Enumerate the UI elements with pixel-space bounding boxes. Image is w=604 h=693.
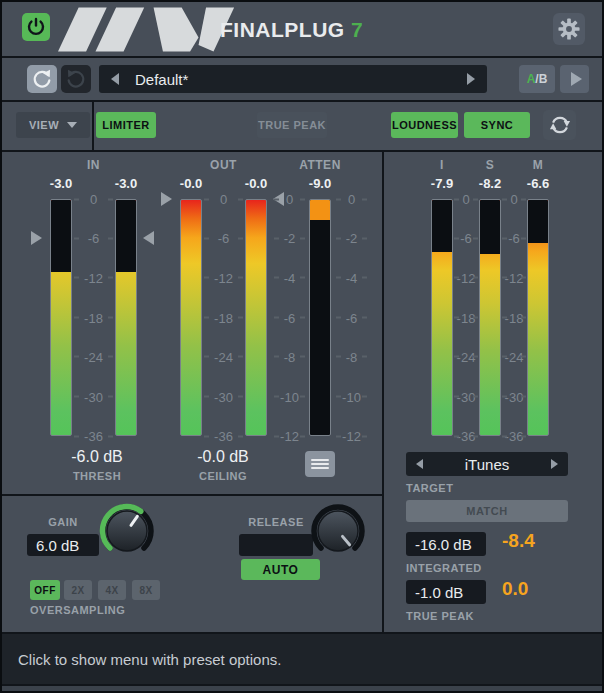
- play-preview-button[interactable]: [560, 65, 589, 93]
- reset-meters-button[interactable]: [543, 110, 576, 140]
- status-text: Click to show menu with preset options.: [18, 651, 281, 668]
- scale-tick: -8: [336, 349, 367, 364]
- in-meter-left-bar: [50, 199, 72, 436]
- out-meter-title: OUT: [180, 158, 267, 172]
- lufs-m-title: M: [513, 158, 563, 172]
- gain-label: GAIN: [27, 516, 99, 528]
- integrated-label: INTEGRATED: [406, 562, 482, 574]
- scale-tick: -30: [502, 389, 526, 404]
- integrated-readout: -8.4: [502, 530, 572, 552]
- preset-prev-icon[interactable]: [111, 73, 119, 85]
- preset-selector[interactable]: Default*: [99, 65, 487, 93]
- in-meter-right-bar: [115, 199, 137, 436]
- target-label: TARGET: [406, 482, 453, 494]
- oversampling-8x-button[interactable]: 8X: [132, 580, 160, 600]
- sync-label: SYNC: [481, 119, 514, 131]
- match-button[interactable]: MATCH: [406, 500, 568, 522]
- ceiling-value-field[interactable]: -0.0 dB: [168, 448, 278, 466]
- release-value-field[interactable]: [239, 534, 313, 556]
- auto-label: AUTO: [263, 563, 299, 577]
- scale-tick: -6: [336, 310, 367, 325]
- in-peak-left: -3.0: [36, 176, 86, 191]
- match-label: MATCH: [466, 505, 507, 517]
- ab-compare-button[interactable]: A/B: [519, 65, 555, 93]
- ceiling-marker-left-icon[interactable]: [161, 192, 172, 206]
- scale-tick: -6: [454, 231, 478, 246]
- integrated-target-field[interactable]: -16.0 dB: [406, 532, 486, 556]
- scale-tick: -36: [204, 429, 243, 444]
- status-bar: Click to show menu with preset options.: [2, 634, 602, 684]
- settings-button[interactable]: [553, 13, 585, 45]
- target-next-icon[interactable]: [551, 459, 558, 469]
- scale-tick: -30: [204, 389, 243, 404]
- scale-tick: -18: [454, 310, 478, 325]
- limiter-toggle-button[interactable]: LIMITER: [96, 112, 156, 138]
- scale-tick: -24: [204, 349, 243, 364]
- gain-knob[interactable]: [95, 499, 159, 563]
- scale-tick: -36: [454, 429, 478, 444]
- header-bar: FINALPLUG 7: [2, 2, 602, 56]
- oversampling-2x-button[interactable]: 2X: [64, 580, 92, 600]
- lufs-m-value: -6.6: [513, 176, 563, 191]
- scale-tick: -24: [502, 349, 526, 364]
- target-selector[interactable]: iTunes: [406, 452, 568, 476]
- scale-tick: 0: [502, 192, 526, 207]
- undo-icon: [31, 68, 53, 90]
- scale-tick: -4: [336, 270, 367, 285]
- power-button[interactable]: [22, 13, 50, 41]
- target-value: iTunes: [423, 456, 551, 473]
- ceiling-marker-left[interactable]: [161, 199, 174, 436]
- out-meter-scale: 0-6-12-18-24-30-36: [204, 199, 243, 436]
- oversampling-2x-label: 2X: [71, 585, 84, 596]
- scale-tick: 0: [336, 192, 367, 207]
- oversampling-off-button[interactable]: OFF: [30, 580, 60, 600]
- ab-label-rest: /B: [535, 72, 547, 86]
- lufs-scale-1: 0-6-12-18-24-30-36: [454, 199, 478, 436]
- lufs-s-bar: [479, 199, 501, 436]
- scale-tick: -6: [74, 231, 113, 246]
- in-meter-scale: 0-6-12-18-24-30-36: [74, 199, 113, 436]
- oversampling-8x-label: 8X: [139, 585, 152, 596]
- plugin-version: 7: [351, 18, 363, 41]
- true-peak-toggle-button[interactable]: TRUE PEAK: [257, 112, 327, 138]
- redo-button[interactable]: [61, 65, 91, 93]
- thresh-marker-left[interactable]: [31, 199, 44, 436]
- oversampling-4x-label: 4X: [105, 585, 118, 596]
- scale-tick: -36: [502, 429, 526, 444]
- scale-tick: -10: [336, 389, 367, 404]
- view-dropdown[interactable]: VIEW: [16, 112, 90, 138]
- thresh-value-field[interactable]: -6.0 dB: [42, 448, 152, 466]
- scale-tick: -8: [274, 349, 305, 364]
- sync-toggle-button[interactable]: SYNC: [464, 112, 530, 138]
- scale-tick: -4: [274, 270, 305, 285]
- lufs-i-bar: [431, 199, 453, 436]
- scale-tick: -12: [336, 429, 367, 444]
- out-peak-right: -0.0: [231, 176, 281, 191]
- auto-release-button[interactable]: AUTO: [241, 559, 320, 580]
- scale-tick: -12: [274, 429, 305, 444]
- release-knob[interactable]: [306, 499, 370, 563]
- true-peak-label: TRUE PEAK: [406, 610, 474, 622]
- scale-tick: -6: [274, 310, 305, 325]
- target-prev-icon[interactable]: [416, 459, 423, 469]
- lufs-s-title: S: [465, 158, 515, 172]
- lufs-s-value: -8.2: [465, 176, 515, 191]
- lufs-scale-2: 0-6-12-18-24-30-36: [502, 199, 526, 436]
- gain-value-field[interactable]: 6.0 dB: [27, 534, 99, 556]
- refresh-icon: [549, 114, 571, 136]
- loudness-toggle-button[interactable]: LOUDNESS: [391, 112, 458, 138]
- thresh-marker-right[interactable]: [143, 199, 156, 436]
- thresh-marker-right-icon[interactable]: [143, 231, 154, 245]
- atten-menu-button[interactable]: [305, 451, 335, 477]
- oversampling-4x-button[interactable]: 4X: [98, 580, 126, 600]
- undo-button[interactable]: [27, 65, 57, 93]
- ceiling-label: CEILING: [168, 470, 278, 482]
- scale-tick: -10: [274, 389, 305, 404]
- thresh-label: THRESH: [42, 470, 152, 482]
- true-peak-target-field[interactable]: -1.0 dB: [406, 580, 486, 604]
- preset-next-icon[interactable]: [467, 73, 475, 85]
- atten-peak-value: -9.0: [295, 176, 345, 191]
- hamburger-icon: [305, 459, 335, 469]
- thresh-marker-left-icon[interactable]: [31, 231, 42, 245]
- scale-tick: -18: [74, 310, 113, 325]
